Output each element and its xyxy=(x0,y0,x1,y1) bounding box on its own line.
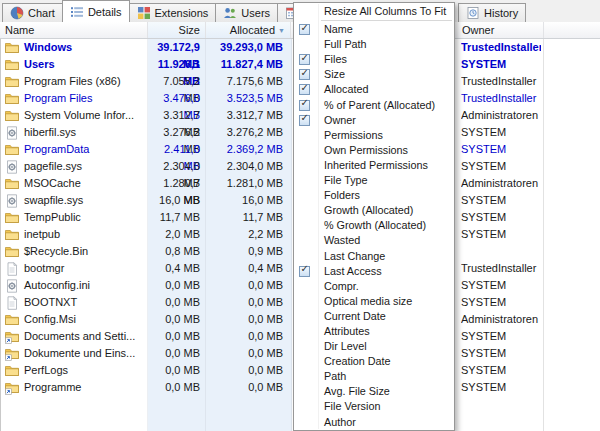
sys-file-icon xyxy=(5,194,19,208)
name-cell: Programme xyxy=(0,379,148,396)
owner-value: TrustedInstaller xyxy=(461,90,541,107)
menu-item-owner[interactable]: ✓Owner xyxy=(294,113,454,128)
owner-value: SYSTEM xyxy=(461,124,541,141)
owner-value: SYSTEM xyxy=(461,192,541,209)
menu-item-permissions[interactable]: Permissions xyxy=(294,128,454,143)
allocated-value: 7.175,6 MB xyxy=(206,73,283,90)
size-value: 0,4 MB xyxy=(148,260,200,277)
folder-icon xyxy=(5,313,19,327)
menu-item-last-access[interactable]: ✓Last Access xyxy=(294,264,454,279)
menu-item-full-path[interactable]: Full Path xyxy=(294,37,454,52)
menu-item-folders[interactable]: Folders xyxy=(294,188,454,203)
menu-item-label: Own Permissions xyxy=(324,144,408,156)
menu-item-current-date[interactable]: Current Date xyxy=(294,309,454,324)
allocated-value: 39.293,0 MB xyxy=(206,39,283,56)
checkbox-checked-icon: ✓ xyxy=(299,69,310,80)
menu-item-last-change[interactable]: Last Change xyxy=(294,249,454,264)
menu-item-allocated[interactable]: ✓Allocated xyxy=(294,82,454,97)
sort-desc-icon: ▼ xyxy=(278,27,285,34)
checkbox-checked-icon: ✓ xyxy=(299,24,310,35)
tab-label: Chart xyxy=(28,7,55,19)
menu-item-label: Attributes xyxy=(324,325,370,337)
column-header-owner[interactable]: Owner xyxy=(457,22,544,38)
name-cell: Documents and Setti... xyxy=(0,328,148,345)
checkbox-checked-icon: ✓ xyxy=(299,115,310,126)
menu-item-dir-level[interactable]: Dir Level xyxy=(294,339,454,354)
menu-item-author[interactable]: Author xyxy=(294,415,454,430)
owner-value: SYSTEM xyxy=(461,362,541,379)
menu-item-wasted[interactable]: Wasted xyxy=(294,233,454,248)
column-header-allocated[interactable]: Allocated▼ xyxy=(206,22,291,38)
menu-item-label: File Type xyxy=(324,174,368,186)
menu-item-file-type[interactable]: File Type xyxy=(294,173,454,188)
menu-item-creation-date[interactable]: Creation Date xyxy=(294,354,454,369)
menu-item-file-version[interactable]: File Version xyxy=(294,399,454,414)
menu-item-optical-media-size[interactable]: Optical media size xyxy=(294,294,454,309)
name-cell: inetpub xyxy=(0,226,148,243)
menu-item-label: Current Date xyxy=(324,310,386,322)
size-value: 11,7 MB xyxy=(148,209,200,226)
menu-separator xyxy=(321,20,452,21)
folder-link-icon xyxy=(5,347,19,361)
allocated-value: 0,0 MB xyxy=(206,328,283,345)
size-value: 0,0 MB xyxy=(148,379,200,396)
menu-item-files[interactable]: ✓Files xyxy=(294,52,454,67)
folder-icon xyxy=(5,364,19,378)
check-glyph: ✓ xyxy=(301,67,309,78)
name-cell: bootmgr xyxy=(0,260,148,277)
menu-item-label: Path xyxy=(324,370,346,382)
folder-icon xyxy=(5,109,19,123)
tab-extensions[interactable]: Extensions xyxy=(129,3,217,22)
tab-history[interactable]: History xyxy=(458,3,526,22)
menu-item-own-permissions[interactable]: Own Permissions xyxy=(294,143,454,158)
menu-item-growth-allocated[interactable]: Growth (Allocated) xyxy=(294,203,454,218)
folder-icon xyxy=(5,245,19,259)
menu-item-label: Allocated xyxy=(324,83,368,95)
column-header-name[interactable]: Name xyxy=(0,22,148,38)
menu-item-size[interactable]: ✓Size xyxy=(294,67,454,82)
tab-chart[interactable]: Chart xyxy=(2,3,63,22)
column-header-size[interactable]: Size xyxy=(148,22,206,38)
allocated-value: 3.312,7 MB xyxy=(206,107,283,124)
check-glyph: ✓ xyxy=(301,82,309,93)
file-icon xyxy=(5,262,19,276)
sys-file-icon xyxy=(5,160,19,174)
size-value: 0,0 MB xyxy=(148,311,200,328)
owner-value: Administratoren xyxy=(461,175,541,192)
owner-value: SYSTEM xyxy=(461,56,541,73)
menu-item-label: Avg. File Size xyxy=(324,385,390,397)
menu-item-compr[interactable]: Compr. xyxy=(294,279,454,294)
file-name: hiberfil.sys xyxy=(24,124,76,141)
menu-item-growth-allocated[interactable]: % Growth (Allocated) xyxy=(294,218,454,233)
owner-value: SYSTEM xyxy=(461,345,541,362)
tab-label: History xyxy=(484,7,518,19)
size-value: 0,8 MB xyxy=(148,243,200,260)
check-glyph: ✓ xyxy=(301,22,309,33)
menu-item-of-parent-allocated[interactable]: ✓% of Parent (Allocated) xyxy=(294,98,454,113)
file-name: Autoconfig.ini xyxy=(24,277,90,294)
file-name: PerfLogs xyxy=(24,362,68,379)
menu-item-attributes[interactable]: Attributes xyxy=(294,324,454,339)
menu-item-name[interactable]: ✓Name xyxy=(294,22,454,37)
file-name: ProgramData xyxy=(24,141,89,158)
checkbox-checked-icon: ✓ xyxy=(299,84,310,95)
tab-label: Details xyxy=(88,6,122,18)
file-name: System Volume Infor... xyxy=(24,107,134,124)
allocated-value: 2.304,0 MB xyxy=(206,158,283,175)
menu-item-label: Last Change xyxy=(324,250,385,262)
name-cell: Users xyxy=(0,56,148,73)
folder-link-icon xyxy=(5,330,19,344)
size-value: 0,0 MB xyxy=(148,294,200,311)
tab-users[interactable]: Users xyxy=(215,3,278,22)
allocated-value: 11.827,4 MB xyxy=(206,56,283,73)
menu-item-label: Compr. xyxy=(324,280,359,292)
tab-details[interactable]: Details xyxy=(62,0,130,22)
menu-item-path[interactable]: Path xyxy=(294,369,454,384)
menu-item-resize-all-columns-to-fit[interactable]: Resize All Columns To Fit xyxy=(294,4,454,19)
menu-item-label: Growth (Allocated) xyxy=(324,204,413,216)
menu-item-inherited-permissions[interactable]: Inherited Permissions xyxy=(294,158,454,173)
file-name: BOOTNXT xyxy=(24,294,77,311)
menu-item-avg-file-size[interactable]: Avg. File Size xyxy=(294,384,454,399)
menu-item-label: Creation Date xyxy=(324,355,391,367)
allocated-value: 3.523,5 MB xyxy=(206,90,283,107)
